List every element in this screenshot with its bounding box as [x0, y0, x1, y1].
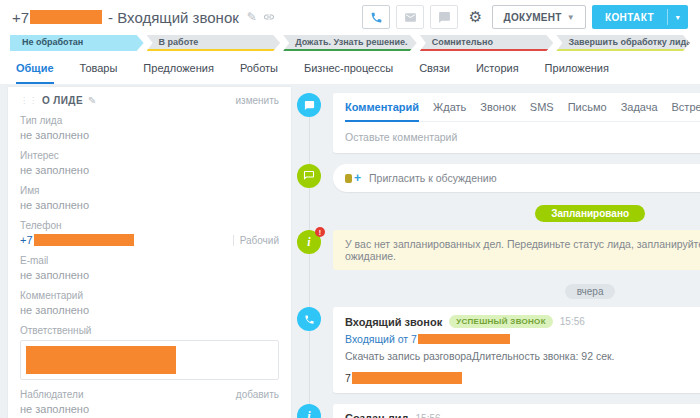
- redaction-phone: [30, 10, 102, 24]
- call-from-link[interactable]: Входящий от 7: [345, 333, 417, 345]
- download-record-link[interactable]: Скачать запись разговора: [345, 350, 472, 362]
- composer-tab-wait[interactable]: Ждать: [433, 101, 466, 122]
- composer-tab-meeting[interactable]: Встреча: [672, 101, 700, 122]
- lead-info-panel: ⋮⋮ О ЛИДЕ ✎ изменить Тип лида не заполне…: [8, 87, 291, 418]
- composer-tabs: Комментарий Ждать Звонок SMS Письмо Зада…: [345, 101, 700, 122]
- field-label: Интерес: [20, 150, 279, 161]
- add-observer-link[interactable]: добавить: [236, 389, 279, 400]
- field-value[interactable]: не заполнено: [20, 199, 279, 211]
- chevron-down-icon: ▼: [567, 13, 575, 22]
- tab-quotes[interactable]: Предложения: [143, 62, 214, 84]
- field-value[interactable]: не заполнено: [20, 164, 279, 176]
- comment-bubble-icon: [297, 93, 321, 117]
- field-value[interactable]: не заполнено: [20, 129, 279, 141]
- composer-tab-task[interactable]: Задача: [621, 101, 658, 122]
- field-value[interactable]: не заполнено: [20, 403, 279, 415]
- timeline-call-entry: Входящий звонок УСПЕШНЫЙ ЗВОНОК 15:56 Вх…: [297, 307, 700, 393]
- planned-badge: Запланировано: [535, 205, 645, 222]
- title-icons: ✎: [247, 10, 275, 24]
- tab-robots[interactable]: Роботы: [240, 62, 278, 84]
- day-divider-label: вчера: [565, 284, 616, 299]
- day-divider-wrap: вчера: [333, 281, 700, 299]
- field-value[interactable]: не заполнено: [20, 269, 279, 281]
- tab-history[interactable]: История: [476, 62, 519, 84]
- call-phone-row: 7: [345, 371, 700, 384]
- status-pipeline: Не обработан В работе Дожать. Узнать реш…: [0, 34, 700, 55]
- drag-handle-icon[interactable]: ⋮⋮: [20, 96, 38, 105]
- invite-to-discussion[interactable]: + Пригласить к обсуждению: [333, 164, 700, 192]
- tab-general[interactable]: Общие: [16, 62, 54, 84]
- field-label: Наблюдатели: [20, 389, 83, 400]
- info-icon: i: [297, 404, 321, 418]
- gear-icon: ⚙: [469, 8, 482, 26]
- call-record-line: Скачать запись разговораДлительность зво…: [345, 350, 700, 362]
- field-lead-type: Тип лида не заполнено: [20, 115, 279, 141]
- responsible-box[interactable]: [20, 340, 279, 380]
- contact-button[interactable]: КОНТАКТ ▼: [592, 5, 688, 29]
- field-responsible: Ответственный: [20, 325, 279, 380]
- edit-icon[interactable]: ✎: [247, 10, 257, 24]
- page-title: +7 - Входящий звонок: [12, 9, 239, 26]
- email-button[interactable]: [396, 5, 424, 29]
- phone-type-label[interactable]: Рабочий: [233, 235, 279, 246]
- field-label: Имя: [20, 185, 279, 196]
- field-label: E-mail: [20, 255, 279, 266]
- call-duration: Длительность звонка: 92 сек.: [472, 350, 615, 362]
- settings-button[interactable]: ⚙: [464, 8, 486, 26]
- redaction-responsible: [26, 346, 176, 374]
- comment-input[interactable]: Оставьте комментарий: [345, 131, 700, 143]
- stage-follow-up[interactable]: Дожать. Узнать решение.: [283, 35, 417, 51]
- field-value[interactable]: не заполнено: [20, 304, 279, 316]
- tab-bizproc[interactable]: Бизнес-процессы: [304, 62, 393, 84]
- stage-not-processed[interactable]: Не обработан: [10, 35, 144, 51]
- lead-detail-page: +7 - Входящий звонок ✎ ⚙ ДОКУМЕНТ ▼ КОНТ…: [0, 0, 700, 418]
- link-icon[interactable]: [263, 11, 275, 23]
- composer-tab-comment[interactable]: Комментарий: [345, 101, 419, 122]
- timeline-composer-row: Комментарий Ждать Звонок SMS Письмо Зада…: [297, 93, 700, 153]
- composer-tab-sms[interactable]: SMS: [530, 101, 554, 122]
- content: ⋮⋮ О ЛИДЕ ✎ изменить Тип лида не заполне…: [0, 84, 700, 418]
- created-entry-card: Создан лид 15:56 +7 - Входящий звонок Ис…: [333, 404, 700, 418]
- call-icon: [297, 307, 321, 331]
- call-entry-time: 15:56: [560, 316, 585, 327]
- stage-doubtful[interactable]: Сомнительно: [420, 35, 554, 51]
- field-label: Ответственный: [20, 325, 279, 336]
- chat-button[interactable]: [430, 5, 458, 29]
- edit-icon[interactable]: ✎: [88, 95, 96, 106]
- timeline-invite-row: + Пригласить к обсуждению: [297, 164, 700, 192]
- field-label: Тип лида: [20, 115, 279, 126]
- timeline-notice-row: i ! У вас нет запланированных дел. Перед…: [297, 230, 700, 270]
- lead-section-header: ⋮⋮ О ЛИДЕ ✎ изменить: [20, 95, 279, 106]
- title-phone-prefix: +7: [12, 9, 29, 26]
- tab-links[interactable]: Связи: [419, 62, 450, 84]
- contact-dropdown[interactable]: ▼: [668, 5, 688, 29]
- chevron-down-icon: ▼: [674, 14, 681, 21]
- redaction-phone: [34, 234, 134, 246]
- redaction-phone: [352, 372, 462, 384]
- tab-apps[interactable]: Приложения: [545, 62, 609, 84]
- status-badge: УСПЕШНЫЙ ЗВОНОК: [449, 315, 553, 328]
- stage-in-progress[interactable]: В работе: [147, 35, 281, 51]
- redaction-phone: [418, 334, 510, 344]
- document-button[interactable]: ДОКУМЕНТ ▼: [492, 5, 585, 29]
- header-actions: ⚙ ДОКУМЕНТ ▼ КОНТАКТ ▼: [362, 5, 688, 29]
- timeline-planned-row: Запланировано: [297, 203, 700, 222]
- field-label-row: Наблюдатели добавить: [20, 389, 279, 400]
- call-button[interactable]: [362, 5, 390, 29]
- timeline-created-entry: i Создан лид 15:56 +7 - Входящий звонок …: [297, 404, 700, 418]
- phone-value-row: +7 Рабочий: [20, 234, 279, 246]
- composer-tab-call[interactable]: Звонок: [480, 101, 516, 122]
- phone-link[interactable]: +7: [20, 234, 33, 246]
- call-from-line: Входящий от 7: [345, 333, 700, 345]
- title-suffix: - Входящий звонок: [108, 9, 239, 26]
- call-entry-title: Входящий звонок: [345, 316, 442, 328]
- header: +7 - Входящий звонок ✎ ⚙ ДОКУМЕНТ ▼ КОНТ…: [0, 0, 700, 34]
- stage-finish[interactable]: Завершить обработку лида: [556, 35, 690, 51]
- comment-composer: Комментарий Ждать Звонок SMS Письмо Зада…: [333, 93, 700, 153]
- chat-icon: [438, 11, 451, 24]
- composer-tab-email[interactable]: Письмо: [568, 101, 607, 122]
- tab-products[interactable]: Товары: [80, 62, 118, 84]
- call-entry-header: Входящий звонок УСПЕШНЫЙ ЗВОНОК 15:56: [345, 315, 700, 328]
- edit-link[interactable]: изменить: [235, 95, 279, 106]
- call-entry-card: Входящий звонок УСПЕШНЫЙ ЗВОНОК 15:56 Вх…: [333, 307, 700, 393]
